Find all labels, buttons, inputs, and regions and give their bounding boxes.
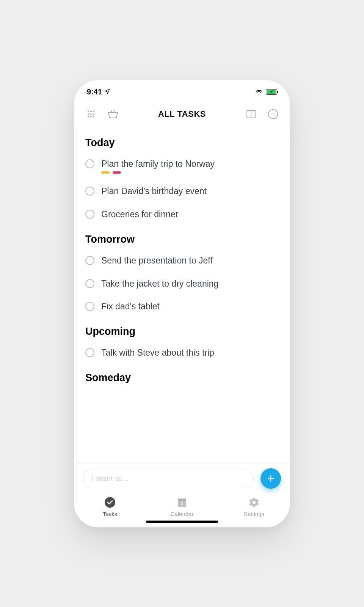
- svg-point-13: [273, 113, 274, 114]
- task-row[interactable]: Fix dad's tablet: [74, 295, 290, 318]
- section-header-someday: Someday: [74, 364, 290, 387]
- grid-menu-icon[interactable]: [85, 108, 97, 121]
- svg-point-2: [93, 111, 94, 112]
- task-row[interactable]: Plan the family trip to Norway: [74, 152, 290, 180]
- tab-label: Tasks: [103, 511, 117, 517]
- svg-point-1: [90, 111, 92, 112]
- section-header-today: Today: [74, 129, 290, 152]
- notch: [136, 80, 228, 94]
- svg-point-8: [93, 116, 94, 118]
- add-task-button[interactable]: [260, 468, 281, 489]
- svg-point-5: [93, 113, 94, 115]
- gear-icon: [248, 496, 260, 508]
- task-text: Plan David's birthday event: [101, 186, 207, 197]
- task-text: Fix dad's tablet: [101, 301, 160, 312]
- task-list[interactable]: Today Plan the family trip to Norway Pla…: [74, 126, 290, 463]
- task-text: Plan the family trip to Norway: [101, 158, 215, 169]
- task-row[interactable]: Groceries for dinner: [74, 203, 290, 226]
- task-text: Take the jacket to dry cleaning: [101, 278, 218, 289]
- task-checkbox[interactable]: [85, 210, 94, 219]
- svg-point-7: [90, 116, 92, 118]
- task-text: Groceries for dinner: [101, 209, 178, 220]
- task-checkbox[interactable]: [85, 256, 94, 265]
- task-checkbox[interactable]: [85, 279, 94, 288]
- task-checkbox[interactable]: [85, 187, 94, 196]
- svg-text:1: 1: [180, 500, 183, 506]
- svg-point-6: [88, 116, 89, 118]
- tab-tasks[interactable]: Tasks: [74, 493, 146, 521]
- wifi-icon: [255, 88, 263, 96]
- svg-point-4: [90, 113, 92, 115]
- status-time: 9:41: [87, 88, 102, 96]
- quick-add-input[interactable]: [83, 469, 254, 488]
- task-text: Talk with Steve about this trip: [101, 347, 214, 358]
- task-text: Send the presentation to Jeff: [101, 255, 213, 266]
- location-arrow-icon: [104, 88, 110, 96]
- tab-settings[interactable]: Settings: [218, 493, 290, 521]
- battery-icon: ⚡︎: [266, 89, 277, 95]
- svg-point-0: [88, 111, 89, 112]
- home-indicator[interactable]: [146, 521, 218, 523]
- svg-point-3: [88, 113, 89, 115]
- app-bar: ALL TASKS: [74, 102, 290, 126]
- task-tag: [113, 171, 121, 174]
- basket-icon[interactable]: [107, 108, 119, 121]
- tab-label: Settings: [244, 511, 264, 517]
- task-checkbox[interactable]: [85, 159, 94, 168]
- svg-point-14: [275, 113, 276, 114]
- task-checkbox[interactable]: [85, 302, 94, 311]
- check-circle-icon: [104, 496, 116, 508]
- section-header-upcoming: Upcoming: [74, 318, 290, 341]
- task-row[interactable]: Talk with Steve about this trip: [74, 341, 290, 364]
- task-row[interactable]: Plan David's birthday event: [74, 180, 290, 203]
- screen-title: ALL TASKS: [158, 109, 206, 119]
- tab-label: Calendar: [171, 511, 194, 517]
- task-tag: [101, 171, 110, 174]
- phone-frame: 9:41: [74, 80, 290, 527]
- svg-point-12: [271, 113, 272, 114]
- quick-add-bar: Tasks 1 Calendar: [74, 463, 290, 527]
- map-icon[interactable]: [245, 108, 257, 121]
- task-row[interactable]: Take the jacket to dry cleaning: [74, 272, 290, 295]
- task-checkbox[interactable]: [85, 348, 94, 357]
- section-header-tomorrow: Tomorrow: [74, 226, 290, 249]
- task-row[interactable]: Send the presentation to Jeff: [74, 249, 290, 272]
- svg-point-17: [105, 497, 115, 508]
- tab-calendar[interactable]: 1 Calendar: [146, 493, 218, 521]
- more-icon[interactable]: [267, 108, 279, 121]
- calendar-icon: 1: [176, 496, 188, 508]
